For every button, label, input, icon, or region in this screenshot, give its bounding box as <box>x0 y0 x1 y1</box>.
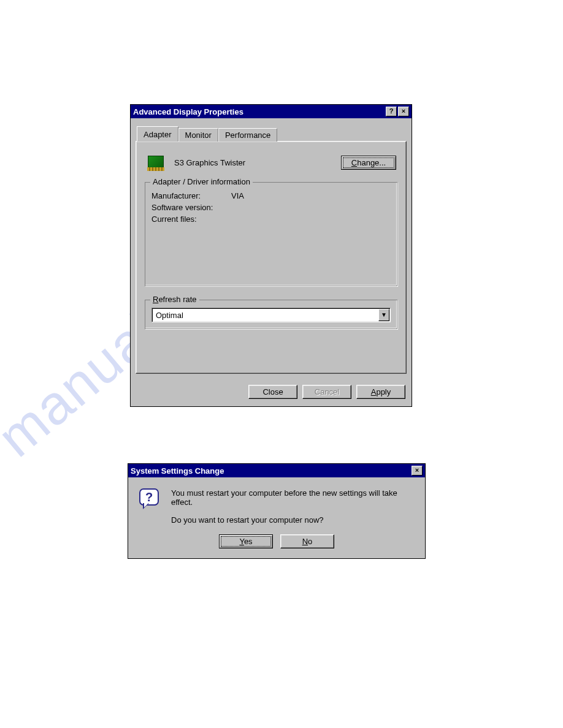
chevron-down-icon[interactable]: ▼ <box>378 309 389 321</box>
change-button[interactable]: Change... <box>341 156 396 170</box>
adapter-name: S3 Graphics Twister <box>174 158 341 167</box>
refresh-rate-legend: Refresh rate <box>150 295 199 304</box>
tab-performance[interactable]: Performance <box>218 128 277 142</box>
group-legend: Adapter / Driver information <box>150 177 253 186</box>
close-button[interactable]: Close <box>248 385 297 399</box>
help-button[interactable]: ? <box>386 107 397 116</box>
manufacturer-label: Manufacturer: <box>151 191 231 200</box>
close-icon[interactable]: × <box>398 107 409 116</box>
manufacturer-value: VIA <box>231 191 244 200</box>
adapter-driver-info-group: Adapter / Driver information Manufacture… <box>145 182 397 286</box>
tab-monitor[interactable]: Monitor <box>178 128 218 142</box>
current-files-label: Current files: <box>151 214 231 224</box>
apply-button[interactable]: Apply <box>356 385 405 399</box>
titlebar[interactable]: Advanced Display Properties ? × <box>131 105 412 118</box>
software-version-label: Software version: <box>151 203 231 212</box>
refresh-rate-group: Refresh rate Optimal ▼ <box>145 300 397 329</box>
refresh-rate-combo[interactable]: Optimal ▼ <box>151 308 391 322</box>
window-title: System Settings Change <box>131 466 224 476</box>
message-action-bar: Yes No <box>128 531 425 558</box>
adapter-chip-icon <box>146 154 166 171</box>
cancel-button: Cancel <box>302 385 351 399</box>
tab-strip: Adapter Monitor Performance <box>136 126 407 141</box>
tab-adapter[interactable]: Adapter <box>137 126 178 142</box>
refresh-rate-value: Optimal <box>152 311 378 320</box>
system-settings-change-window: System Settings Change × ? You must rest… <box>128 463 426 559</box>
close-icon[interactable]: × <box>412 466 423 476</box>
question-icon: ? <box>139 488 161 510</box>
message-line-2: Do you want to restart your computer now… <box>171 515 414 525</box>
no-button[interactable]: No <box>280 534 334 548</box>
window-title: Advanced Display Properties <box>133 107 243 116</box>
advanced-display-properties-window: Advanced Display Properties ? × Adapter … <box>130 104 412 407</box>
message-line-1: You must restart your computer before th… <box>171 488 414 507</box>
yes-button[interactable]: Yes <box>219 534 273 548</box>
titlebar[interactable]: System Settings Change × <box>128 464 425 477</box>
dialog-action-bar: Close Cancel Apply <box>131 379 412 406</box>
tab-panel-adapter: S3 Graphics Twister Change... Adapter / … <box>136 141 407 374</box>
